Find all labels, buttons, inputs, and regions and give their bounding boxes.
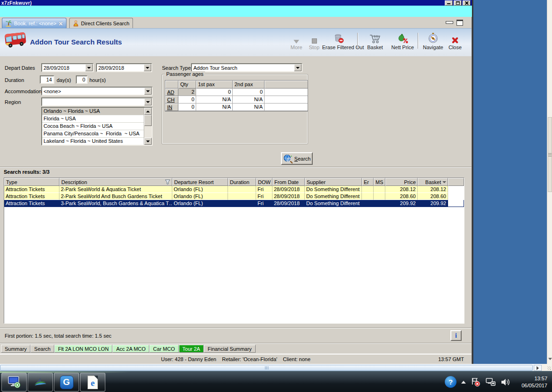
col-ms[interactable]: MS bbox=[374, 178, 385, 186]
region-list-item[interactable]: Cocoa Beach ~ Florida ~ USA bbox=[42, 123, 152, 130]
window-maximize-button[interactable] bbox=[454, 0, 462, 6]
navigate-compass-icon bbox=[427, 32, 439, 44]
dropdown-arrow-icon[interactable] bbox=[144, 88, 152, 95]
passenger-ages-group: Passenger ages Qty 1st pax 2nd pax AD 2 … bbox=[162, 74, 308, 144]
scroll-down-button[interactable] bbox=[547, 355, 552, 362]
pane-restore-icon[interactable] bbox=[456, 20, 463, 26]
results-table[interactable]: Type Description Departure Resort Durati… bbox=[4, 178, 464, 324]
window-close-button[interactable] bbox=[463, 0, 471, 6]
accommodation-combo[interactable]: <none> bbox=[41, 87, 153, 96]
taskbar-clock[interactable]: 13:57 06/05/2017 bbox=[515, 375, 549, 389]
col-from-date[interactable]: From Date bbox=[272, 178, 305, 186]
taskbar-remote-desktop-button[interactable] bbox=[1, 373, 27, 392]
vertical-scrollbar-thumb[interactable] bbox=[548, 117, 552, 192]
accommodation-label: Accommodation bbox=[5, 89, 42, 94]
resize-grip-icon bbox=[547, 366, 551, 370]
erase-filtered-out-button[interactable]: Erase Filtered Out bbox=[322, 32, 356, 50]
col-er[interactable]: Er bbox=[362, 178, 374, 186]
pane-minimize-icon[interactable] bbox=[446, 21, 453, 24]
resize-corner[interactable] bbox=[542, 364, 552, 371]
pax-row-adult[interactable]: AD 2 0 0 bbox=[165, 89, 308, 96]
col-type[interactable]: Type bbox=[4, 178, 59, 186]
region-list-scrollbar[interactable] bbox=[144, 108, 152, 145]
tab-direct-clients-search[interactable]: Direct Clients Search bbox=[69, 18, 133, 28]
close-screen-button[interactable]: Close bbox=[446, 32, 464, 50]
taskbar-g-app-button[interactable]: G bbox=[54, 373, 79, 392]
search-button-label: Search bbox=[294, 156, 311, 162]
speaker-icon[interactable] bbox=[500, 377, 511, 387]
close-icon bbox=[465, 1, 469, 5]
dropdown-arrow-icon[interactable] bbox=[144, 98, 152, 105]
tab-tour-selected[interactable]: Tour 2A bbox=[179, 345, 204, 353]
region-list-item[interactable]: Lakeland ~ Florida ~ United States bbox=[42, 138, 152, 145]
info-button[interactable]: i bbox=[450, 330, 462, 341]
help-icon[interactable]: ? bbox=[445, 376, 456, 388]
tab-car[interactable]: Car MCO bbox=[149, 345, 178, 353]
search-type-combo[interactable]: Addon Tour Search bbox=[191, 63, 302, 72]
region-list-item[interactable]: Florida ~ USA bbox=[42, 115, 152, 123]
col-price[interactable]: Price bbox=[385, 178, 418, 186]
vertical-scrollbar[interactable] bbox=[547, 0, 552, 364]
region-list-item[interactable]: Orlando ~ Florida ~ USA bbox=[42, 108, 152, 115]
search-button[interactable]: Search bbox=[281, 152, 313, 165]
tab-close-icon[interactable] bbox=[59, 22, 63, 25]
col-dow[interactable]: DOW bbox=[256, 178, 272, 186]
passenger-ages-table[interactable]: Qty 1st pax 2nd pax AD 2 0 0 CH 0 N/A N/… bbox=[165, 80, 308, 111]
desktop-background bbox=[472, 0, 547, 364]
col-supplier[interactable]: Supplier bbox=[305, 178, 362, 186]
dropdown-arrow-icon[interactable] bbox=[85, 64, 93, 71]
duration-days-input[interactable]: 14 bbox=[40, 75, 54, 84]
depart-date-to-combo[interactable]: 28/09/2018 bbox=[96, 63, 152, 72]
filter-funnel-icon[interactable] bbox=[165, 179, 170, 185]
nett-price-button[interactable]: Nett Price bbox=[390, 32, 416, 50]
remote-desktop-icon bbox=[7, 375, 21, 389]
ie-document-icon: e bbox=[88, 376, 98, 389]
col-duration[interactable]: Duration bbox=[228, 178, 256, 186]
tab-financial-summary[interactable]: Financial Summary bbox=[204, 345, 255, 353]
region-list-item[interactable]: Panama City/Pensacola ~ Florida ~ USA bbox=[42, 130, 152, 138]
depart-dates-label: Depart Dates bbox=[5, 65, 35, 71]
pax-row-infant[interactable]: IN 0 N/A N/A bbox=[165, 104, 308, 111]
col-basket[interactable]: Basket bbox=[418, 178, 448, 186]
more-icon bbox=[294, 40, 299, 44]
days-unit-label: day(s) bbox=[57, 77, 71, 83]
region-combo[interactable] bbox=[41, 97, 153, 106]
duration-hours-input[interactable]: 0 bbox=[76, 75, 88, 84]
horizontal-scrollbar-thumb[interactable] bbox=[0, 365, 533, 371]
pax-col-blank bbox=[265, 81, 308, 89]
depart-date-from-combo[interactable]: 28/09/2018 bbox=[41, 63, 94, 72]
tab-flight[interactable]: Flt 2A LON MCO LON bbox=[54, 345, 112, 353]
show-hidden-icons-arrow[interactable] bbox=[461, 381, 466, 384]
pax-row-child[interactable]: CH 0 N/A N/A bbox=[165, 96, 308, 104]
result-row-selected[interactable]: Attraction Tickets 3-Park SeaWorld, Busc… bbox=[4, 200, 464, 207]
action-center-flag-icon[interactable] bbox=[471, 377, 481, 387]
down-arrow-icon bbox=[548, 358, 552, 360]
minimize-icon bbox=[447, 3, 450, 4]
result-row[interactable]: Attraction Tickets 2-Park SeaWorld And B… bbox=[4, 193, 464, 200]
taskbar-app2-button[interactable] bbox=[28, 373, 53, 392]
result-row[interactable]: Attraction Tickets 2-Park SeaWorld & Aqu… bbox=[4, 186, 464, 193]
screen-header: Addon Tour Search Results More Stop Eras… bbox=[0, 28, 471, 56]
dropdown-arrow-icon[interactable] bbox=[294, 64, 302, 71]
horizontal-scrollbar[interactable] bbox=[0, 364, 547, 371]
tab-search[interactable]: Search bbox=[30, 345, 54, 353]
network-icon[interactable] bbox=[486, 377, 496, 387]
pax-col-2nd: 2nd pax bbox=[233, 81, 265, 89]
scroll-up-button[interactable] bbox=[144, 108, 152, 115]
window-minimize-button[interactable] bbox=[445, 0, 453, 6]
col-description[interactable]: Description bbox=[59, 178, 172, 186]
tab-accommodation[interactable]: Acc 2A MCO bbox=[112, 345, 149, 353]
tab-summary[interactable]: Summary bbox=[1, 345, 30, 353]
scroll-right-button[interactable] bbox=[534, 365, 542, 371]
taskbar-ie-document-button[interactable]: e bbox=[80, 373, 105, 392]
bus-icon bbox=[4, 30, 27, 48]
navigate-button[interactable]: Navigate bbox=[421, 32, 445, 50]
tab-booking-ref[interactable]: Book. ref.: <none> bbox=[2, 18, 66, 28]
col-departure-resort[interactable]: Departure Resort bbox=[172, 178, 228, 186]
scroll-down-button[interactable] bbox=[144, 138, 152, 145]
basket-button[interactable]: Basket bbox=[361, 32, 389, 50]
dropdown-arrow-icon[interactable] bbox=[144, 64, 151, 71]
region-listbox[interactable]: Orlando ~ Florida ~ USA Florida ~ USA Co… bbox=[41, 107, 153, 146]
window-titlebar[interactable]: x7zFnkwuvr) bbox=[0, 0, 472, 6]
scrollbar-thumb[interactable] bbox=[144, 115, 152, 126]
